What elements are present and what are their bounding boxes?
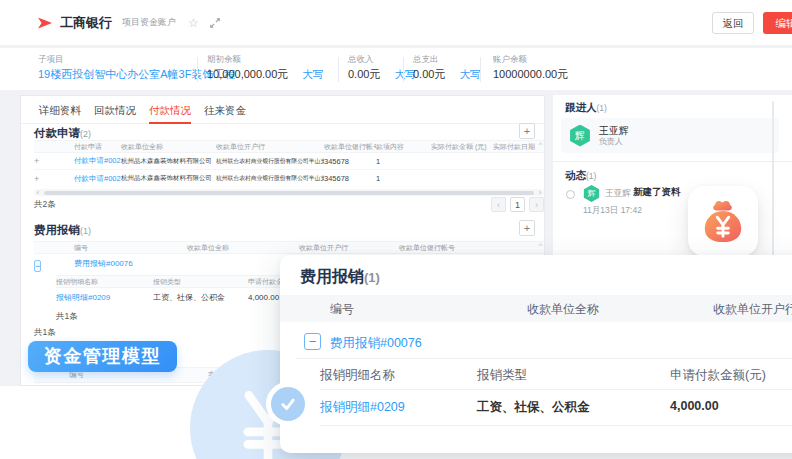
content-cell: 1: [376, 174, 431, 183]
divider: [320, 425, 792, 426]
expense-link[interactable]: 费用报销#00076: [330, 335, 422, 352]
tab-transactions[interactable]: 往来资金: [204, 96, 246, 124]
scroll-up-icon[interactable]: ^: [539, 242, 542, 249]
activity-section-title: 动态(1): [565, 169, 596, 183]
prev-page-button[interactable]: ‹: [491, 197, 506, 212]
payment-request-link[interactable]: 付款申请#00272: [54, 174, 121, 184]
expense-section-title: 费用报销(1): [34, 223, 91, 238]
collapse-row-icon[interactable]: −: [34, 260, 41, 272]
company-cell: 杭州品木森鑫装饰材料有限公司: [121, 157, 216, 166]
field-value: 0.00元大写: [413, 67, 480, 82]
expand-row-icon[interactable]: +: [34, 156, 54, 166]
column-header: 申请付款金额(元): [670, 367, 766, 384]
expense-detail-link[interactable]: 报销明细#0209: [320, 399, 405, 416]
expense-type-cell: 工资、社保、公积金: [477, 399, 590, 416]
add-payment-request-button[interactable]: +: [519, 123, 535, 139]
back-arrow-icon[interactable]: [38, 17, 52, 29]
money-bag-card[interactable]: [688, 186, 758, 256]
field-label: 总收入: [348, 54, 374, 66]
column-header: 收款单位开户行: [713, 301, 792, 318]
page-number[interactable]: 1: [510, 197, 525, 212]
followers-section-title: 跟进人(1): [565, 101, 607, 115]
account-cell: 345678: [324, 157, 376, 166]
avatar: 辉: [569, 125, 591, 147]
column-header: 报销明细名称: [56, 277, 153, 287]
column-header: 款项内容: [376, 142, 431, 152]
field-value: 10000000.00元: [493, 67, 568, 82]
favorite-star-icon[interactable]: ☆: [188, 16, 199, 30]
edit-button[interactable]: 编辑: [763, 12, 792, 34]
column-header: 收款单位银行帐号: [324, 142, 376, 152]
expense-total-count: 共1条: [34, 327, 56, 339]
follower-card[interactable]: 辉 王亚辉 负责人: [561, 118, 779, 153]
payment-request-table-header: 付款申请 收款单位全称 收款单位开户行 收款单位银行帐号 款项内容 实际付款金额…: [34, 140, 544, 153]
activity-time: 11月13日 17:42: [583, 205, 642, 217]
page-subtitle: 项目资金账户: [122, 16, 176, 29]
column-header: 实际付款金额 (元): [431, 142, 493, 152]
tab-details[interactable]: 详细资料: [39, 96, 81, 124]
bank-cell: 杭州联合农村商业银行股份有限公司半山支行: [216, 174, 324, 183]
field-value: 10,000,000.00元大写: [207, 67, 323, 82]
payment-request-link[interactable]: 付款申请#00274: [54, 156, 121, 166]
check-badge: [266, 382, 310, 426]
horizontal-scrollbar[interactable]: ‹ ›: [34, 189, 544, 196]
column-header: 付款申请: [54, 142, 121, 152]
expense-zoom-card: 费用报销(1) 编号 收款单位全称 收款单位开户行 − 费用报销#00076 报…: [280, 255, 792, 453]
divider: [296, 358, 792, 359]
expense-type-cell: 工资、社保、公积金: [153, 292, 248, 303]
account-cell: 345678: [324, 174, 376, 183]
timeline-dot: [566, 190, 575, 199]
column-header: 收款单位开户行: [216, 142, 324, 152]
content-cell: 1: [376, 157, 431, 166]
activity-action: 新建了资料: [633, 186, 681, 199]
scroll-right-icon[interactable]: ›: [536, 189, 544, 196]
detail-total-count: 共1条: [56, 311, 78, 323]
expense-detail-link[interactable]: 报销明细#0209: [56, 292, 153, 303]
caps-link[interactable]: 大写: [302, 68, 323, 80]
column-header: 收款单位开户行: [299, 243, 399, 253]
divider: [197, 57, 198, 82]
subproject-link[interactable]: 19楼西投创智中心办公室A幢3F装饰工程: [38, 67, 235, 82]
column-header: 编号: [54, 243, 187, 253]
tab-bar: 详细资料 回款情况 付款情况 往来资金: [21, 96, 544, 124]
activity-user[interactable]: 王亚辉: [605, 188, 631, 200]
tab-payment[interactable]: 付款情况: [149, 96, 191, 124]
pagination: ‹ 1 ›: [491, 197, 544, 212]
collapse-row-icon[interactable]: −: [304, 333, 321, 350]
page-title: 工商银行: [60, 14, 112, 32]
add-expense-button[interactable]: +: [519, 220, 535, 236]
caps-link[interactable]: 大写: [459, 68, 480, 80]
tab-repayment[interactable]: 回款情况: [94, 96, 136, 124]
divider: [338, 57, 339, 82]
total-count: 共2条: [34, 199, 56, 211]
money-bag-icon: [700, 198, 746, 244]
column-header: 报销明细名称: [320, 367, 395, 384]
field-label: 总支出: [413, 54, 439, 66]
return-button[interactable]: 返回: [712, 12, 754, 34]
payment-request-section-title: 付款申请(2): [34, 126, 91, 141]
field-label: 期初余额: [207, 54, 241, 66]
scrollbar-thumb[interactable]: [44, 191, 534, 195]
column-header: 收款单位全称: [527, 301, 599, 318]
sidebar-scrollbar[interactable]: [772, 101, 774, 259]
expand-icon[interactable]: [209, 17, 221, 29]
divider: [320, 389, 792, 390]
column-header: 收款单位全称: [187, 243, 299, 253]
column-header: 实际付款日期: [493, 142, 544, 152]
payment-request-row[interactable]: + 付款申请#00274 杭州品木森鑫装饰材料有限公司 杭州联合农村商业银行股份…: [34, 153, 544, 170]
expense-link[interactable]: 费用报销#00076: [54, 258, 187, 269]
next-page-button[interactable]: ›: [529, 197, 544, 212]
follower-name: 王亚辉: [599, 125, 629, 137]
scroll-up-icon[interactable]: ^: [539, 141, 542, 148]
payment-request-row[interactable]: + 付款申请#00272 杭州品木森鑫装饰材料有限公司 杭州联合农村商业银行股份…: [34, 170, 544, 187]
scroll-left-icon[interactable]: ‹: [34, 189, 42, 196]
divider: [553, 161, 792, 162]
payment-request-footer: 共2条 ‹ 1 ›: [34, 197, 544, 212]
divider: [403, 57, 404, 82]
overlay-table-header: 编号 收款单位全称 收款单位开户行: [280, 295, 792, 322]
company-cell: 杭州品木森鑫装饰材料有限公司: [121, 174, 216, 183]
expense-table-header: 编号 收款单位全称 收款单位开户行 收款单位银行帐号 ^: [34, 241, 544, 254]
model-badge: 资金管理模型: [28, 341, 177, 372]
column-header: 收款单位银行帐号: [399, 243, 544, 253]
expand-row-icon[interactable]: +: [34, 174, 54, 184]
